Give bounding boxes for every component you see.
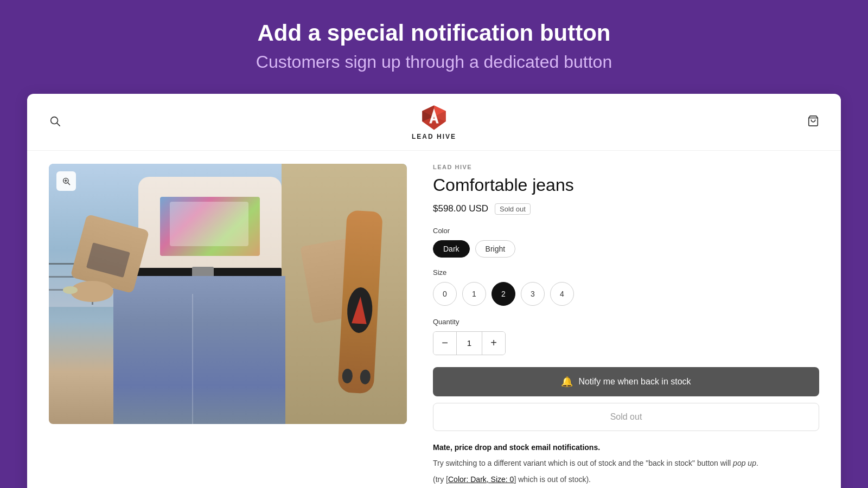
- svg-line-1: [57, 123, 60, 126]
- notify-button-label: Notify me when back in stock: [578, 377, 691, 387]
- banner-subtitle: Customers sign up through a dedicated bu…: [11, 52, 857, 72]
- product-price: $598.00 USD: [433, 203, 488, 214]
- search-icon[interactable]: [49, 115, 61, 130]
- quantity-value: 1: [456, 332, 482, 355]
- price-sold-out-badge: Sold out: [495, 203, 531, 215]
- color-option-dark[interactable]: Dark: [433, 240, 470, 258]
- size-options: 0 1 2 3 4: [433, 282, 819, 306]
- quantity-stepper: − 1 +: [433, 331, 506, 355]
- product-details: LEAD HIVE Comfortable jeans $598.00 USD …: [407, 164, 819, 488]
- svg-rect-8: [431, 119, 437, 120]
- product-image: [49, 164, 407, 424]
- size-option-0[interactable]: 0: [433, 282, 457, 306]
- info-text-1: Try switching to a different variant whi…: [433, 457, 819, 469]
- zoom-button[interactable]: [56, 171, 76, 191]
- size-option-2[interactable]: 2: [492, 282, 515, 306]
- color-option-bright[interactable]: Bright: [475, 240, 516, 258]
- color-options: Dark Bright: [433, 240, 819, 258]
- quantity-decrease-button[interactable]: −: [433, 332, 456, 355]
- store-name: LEAD HIVE: [412, 133, 456, 140]
- quantity-label: Quantity: [433, 318, 819, 326]
- variant-link[interactable]: Color: Dark, Size: 0: [448, 475, 514, 484]
- brand-label: LEAD HIVE: [433, 164, 819, 170]
- store-header: LEAD HIVE: [27, 94, 841, 151]
- size-label: Size: [433, 268, 819, 277]
- cart-icon[interactable]: [807, 115, 819, 130]
- color-label: Color: [433, 227, 819, 235]
- banner: Add a special notification button Custom…: [0, 0, 868, 94]
- notify-button[interactable]: 🔔 Notify me when back in stock: [433, 367, 819, 396]
- svg-line-11: [68, 183, 70, 185]
- sold-out-button: Sold out: [433, 403, 819, 431]
- store-logo: LEAD HIVE: [412, 104, 456, 140]
- product-section: LEAD HIVE Comfortable jeans $598.00 USD …: [27, 151, 841, 488]
- size-option-4[interactable]: 4: [550, 282, 574, 306]
- quantity-increase-button[interactable]: +: [482, 332, 505, 355]
- banner-title: Add a special notification button: [11, 20, 857, 47]
- product-image-wrap: [49, 164, 407, 488]
- store-card: LEAD HIVE: [27, 94, 841, 488]
- size-option-1[interactable]: 1: [462, 282, 486, 306]
- info-title: Mate, price drop and stock email notific…: [433, 443, 819, 452]
- product-title: Comfortable jeans: [433, 175, 819, 195]
- info-text-2: (try [Color: Dark, Size: 0] which is out…: [433, 473, 819, 485]
- price-row: $598.00 USD Sold out: [433, 203, 819, 215]
- bell-icon: 🔔: [561, 376, 573, 388]
- size-option-3[interactable]: 3: [521, 282, 545, 306]
